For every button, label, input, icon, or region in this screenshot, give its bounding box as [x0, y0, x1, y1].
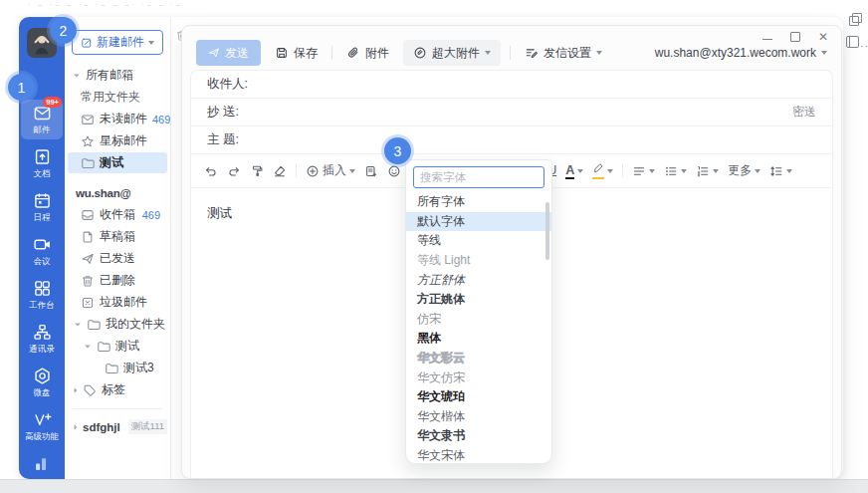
folder-sent[interactable]: 已发送	[68, 248, 167, 269]
cc-field[interactable]: 抄 送: 密送	[191, 99, 832, 126]
subject-label: 主 题:	[207, 131, 239, 148]
save-button[interactable]: 保存	[270, 45, 323, 62]
template-icon[interactable]	[364, 164, 378, 178]
bullet-list-button[interactable]	[664, 164, 687, 178]
redo-icon[interactable]	[227, 164, 241, 178]
folder-unread[interactable]: 未读邮件 469	[68, 109, 167, 129]
bullet-list-icon	[664, 164, 678, 178]
restore-window-icon[interactable]	[849, 16, 859, 26]
folder-drafts[interactable]: 草稿箱	[68, 226, 167, 247]
dropdown-scrollbar[interactable]	[545, 202, 549, 260]
folder-sub-test3[interactable]: 测试3	[68, 358, 167, 378]
caret-down-icon	[85, 345, 91, 348]
font-color-button[interactable]: A	[565, 163, 583, 179]
account-header-1[interactable]: wu.shan@xty321....	[68, 182, 167, 203]
format-painter-icon[interactable]	[250, 164, 264, 178]
folder-sub-test[interactable]: 测试	[68, 336, 167, 357]
chevron-down-icon	[755, 169, 760, 173]
sent-icon	[81, 252, 95, 266]
highlight-color-button[interactable]	[592, 162, 613, 179]
account-header-2[interactable]: sdfghjl@xt... 测试111	[68, 416, 167, 437]
from-account-selector[interactable]: wu.shan@xty321.wecom.work	[655, 46, 827, 60]
send-settings-button[interactable]: 发信设置	[520, 45, 607, 62]
undo-icon[interactable]	[204, 164, 218, 178]
folder-label: 测试	[100, 154, 123, 171]
sidebar-item-mail[interactable]: 99+ 邮件	[21, 100, 63, 139]
attachment-button[interactable]: 附件	[341, 45, 394, 62]
sidebar-item-meeting[interactable]: 会议	[21, 231, 63, 271]
big-attachment-button[interactable]: 超大附件	[403, 40, 501, 66]
folder-inbox[interactable]: 收件箱 469	[68, 204, 167, 225]
sidebar-item-calendar[interactable]: 日程	[21, 187, 63, 227]
font-option[interactable]: 华文宋体	[406, 446, 551, 466]
font-option[interactable]: 黑体	[406, 329, 551, 349]
new-mail-button[interactable]: 新建邮件	[72, 30, 163, 55]
folder-deleted[interactable]: 已删除	[68, 270, 167, 291]
bcc-link[interactable]: 密送	[792, 104, 816, 121]
font-option[interactable]: 仿宋	[406, 310, 551, 330]
line-height-button[interactable]	[769, 164, 792, 178]
sidebar-stats-button[interactable]	[21, 450, 63, 476]
font-option-default[interactable]: 默认字体	[406, 212, 551, 232]
chevron-down-icon	[577, 169, 583, 173]
body-text: 测试	[207, 206, 232, 220]
sidebar-item-drive[interactable]: 微盘	[21, 363, 63, 402]
to-field[interactable]: 收件人:	[191, 71, 832, 99]
subject-field[interactable]: 主 题:	[191, 126, 832, 154]
folder-label: 我的文件夹	[106, 316, 165, 333]
font-option[interactable]: 方正舒体	[406, 270, 551, 290]
contacts-icon	[33, 323, 52, 342]
folder-icon	[87, 318, 101, 332]
font-search-input[interactable]	[413, 166, 544, 188]
send-label: 发送	[225, 45, 249, 62]
folder-icon	[97, 340, 110, 354]
font-option[interactable]: 方正姚体	[406, 290, 551, 310]
chevron-down-icon	[821, 51, 827, 55]
toolbar-divider	[622, 164, 623, 177]
folder-junk[interactable]: 垃圾邮件	[68, 292, 167, 313]
folder-my-folders[interactable]: 我的文件夹	[68, 314, 167, 335]
big-attachment-label: 超大附件	[432, 45, 480, 62]
folder-starred[interactable]: 星标邮件	[68, 130, 167, 151]
font-option-all[interactable]: 所有字体	[406, 192, 551, 212]
sidebar-item-label: 会议	[34, 256, 51, 268]
section-common-folders: 常用文件夹	[68, 87, 167, 108]
font-option[interactable]: 华文隶书	[406, 426, 551, 446]
account-name: sdfghjl@xt...	[83, 421, 120, 433]
sidebar-item-advanced[interactable]: 高级功能	[21, 406, 63, 446]
chevron-down-icon	[349, 169, 355, 173]
junk-icon	[81, 296, 95, 310]
emoji-icon[interactable]	[387, 164, 401, 178]
sidebar-item-docs[interactable]: 文档	[21, 143, 63, 183]
send-button[interactable]: 发送	[196, 40, 261, 66]
section-label: 常用文件夹	[81, 89, 140, 106]
caret-down-icon	[74, 74, 80, 77]
font-option[interactable]: 华文仿宋	[406, 368, 551, 387]
clear-format-icon[interactable]	[273, 164, 287, 178]
folder-test-selected[interactable]: 测试	[68, 152, 167, 173]
font-option[interactable]: 华文彩云	[406, 349, 551, 369]
sidebar-item-label: 工作台	[29, 300, 55, 312]
font-option[interactable]: 华文琥珀	[406, 387, 551, 407]
font-option[interactable]: 等线 Light	[406, 251, 551, 271]
more-options-icon[interactable]: ··	[860, 40, 868, 52]
toolbar-divider	[296, 164, 297, 177]
workbench-icon	[33, 279, 52, 298]
trash-icon	[81, 274, 95, 288]
folder-all-mailboxes[interactable]: 所有邮箱	[68, 65, 167, 86]
font-option[interactable]: 等线	[406, 231, 551, 251]
more-button[interactable]: 更多	[728, 162, 760, 179]
unread-badge: 99+	[43, 97, 62, 108]
chevron-down-icon	[713, 169, 719, 173]
align-button[interactable]	[632, 164, 655, 178]
chevron-down-icon	[148, 41, 154, 45]
sidebar-item-workbench[interactable]: 工作台	[21, 275, 63, 315]
sidebar-item-contacts[interactable]: 通讯录	[21, 319, 63, 359]
insert-button[interactable]: 插入	[306, 162, 355, 179]
sidebar-item-label: 通讯录	[29, 344, 55, 356]
font-option[interactable]: 华文楷体	[406, 407, 551, 427]
numbered-list-button[interactable]	[696, 164, 719, 178]
chevron-down-icon	[649, 169, 655, 173]
panel-toggle-icon[interactable]	[846, 36, 859, 48]
folder-tags[interactable]: 标签	[68, 379, 167, 400]
